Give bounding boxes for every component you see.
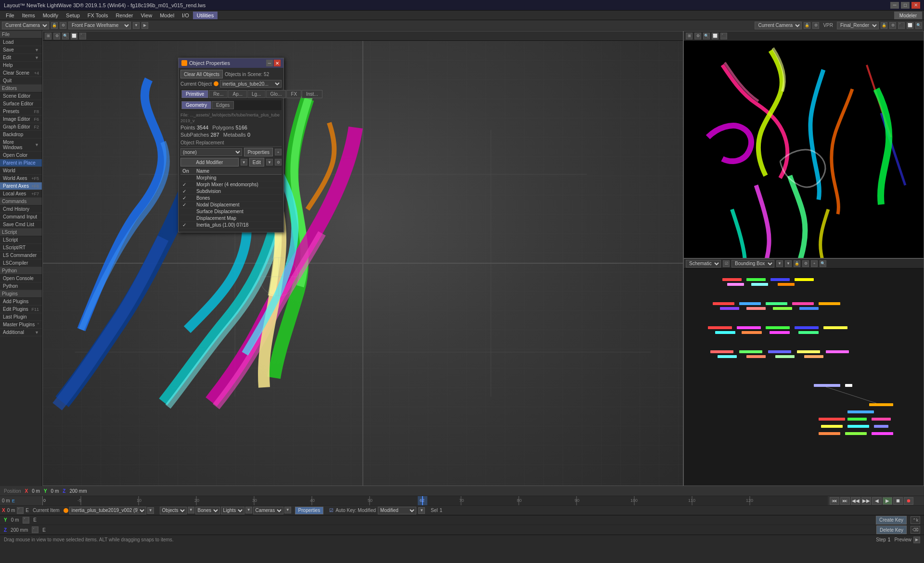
edit-modifier-dd-icon[interactable]: ▼	[266, 159, 273, 166]
btn-prev-key[interactable]: ◀◀	[851, 497, 860, 505]
replacement-select[interactable]: (none)	[180, 148, 242, 156]
commands-section-header[interactable]: Commands	[0, 198, 42, 205]
sidebar-master-plugins[interactable]: Master Plugins°	[0, 321, 42, 329]
main-vp-icon4[interactable]: ⬜	[71, 33, 77, 39]
camera-settings-icon[interactable]: ⚙	[60, 22, 66, 29]
properties-dialog-btn[interactable]: Properties	[244, 148, 273, 156]
tab-ap[interactable]: Ap...	[228, 90, 247, 98]
tab-geometry[interactable]: Geometry	[181, 101, 211, 109]
type-objects-select[interactable]: Objects	[160, 507, 187, 514]
close-button[interactable]: ✕	[911, 2, 920, 9]
table-row[interactable]: ✓ Inertia_plus (1.00) 07/18	[180, 222, 282, 229]
type-cameras-select[interactable]: Cameras	[253, 507, 283, 514]
sidebar-open-color[interactable]: Open Color	[0, 152, 42, 159]
sidebar-add-plugins[interactable]: Add Plugins	[0, 298, 42, 306]
sidebar-edit[interactable]: Edit ▼	[0, 54, 42, 62]
schema-dd-icon[interactable]: ▼	[776, 260, 783, 267]
y-key-icon[interactable]: ⬛	[23, 517, 29, 524]
delete-key-btn[interactable]: Delete Key	[876, 525, 907, 534]
editors-section-header[interactable]: Editors	[0, 85, 42, 92]
sidebar-lscript-rt[interactable]: LScript/RT	[0, 244, 42, 252]
sidebar-parent-axes[interactable]: Parent Axes+F6	[0, 182, 42, 190]
modifier-settings-icon[interactable]: ⚙	[275, 159, 282, 166]
sidebar-command-input[interactable]: Command Input	[0, 213, 42, 221]
tab-edges[interactable]: Edges	[212, 101, 234, 109]
dialog-minimize-btn[interactable]: ─	[266, 60, 273, 66]
maximize-button[interactable]: □	[901, 2, 910, 9]
view-down-icon[interactable]: ▼	[133, 22, 140, 29]
main-vp-icon3[interactable]: 🔍	[62, 33, 69, 39]
main-vp-icon5[interactable]: ⬛	[79, 33, 86, 39]
plugins-section-header[interactable]: Plugins	[0, 290, 42, 298]
timeline-ruler[interactable]: 0 -5 10 20 30 40 50 62	[42, 496, 828, 505]
current-object-select[interactable]: inertia_plus_tube20...	[220, 80, 282, 88]
add-modifier-btn[interactable]: Add Modifier	[180, 158, 239, 166]
tab-lg[interactable]: Lg...	[247, 90, 265, 98]
render-icon2[interactable]: ⬜	[907, 22, 913, 29]
type-lights-select[interactable]: Lights	[221, 507, 244, 514]
menu-setup[interactable]: Setup	[62, 12, 84, 19]
main-viewport[interactable]: ⊞ ⚙ 🔍 ⬜ ⬛	[42, 31, 683, 486]
schema-lock-icon[interactable]: 🔒	[794, 260, 800, 267]
menu-items[interactable]: Items	[18, 12, 39, 19]
main-vp-icon1[interactable]: ⊞	[45, 33, 51, 39]
schema-search-icon[interactable]: 🔍	[820, 260, 826, 267]
autokey-check[interactable]: ☑	[329, 508, 334, 513]
sidebar-open-console[interactable]: Open Console	[0, 275, 42, 282]
btn-next-key[interactable]: ▶▶	[861, 497, 871, 505]
menu-utilities[interactable]: Utilities	[193, 12, 218, 19]
menu-io[interactable]: I/O	[178, 12, 193, 19]
view-mode-select[interactable]: Front Face Wireframe	[68, 22, 131, 29]
camera-select-right[interactable]: Current Camera	[755, 22, 802, 29]
tab-fx[interactable]: FX	[286, 90, 301, 98]
table-row[interactable]: Morphing	[180, 175, 282, 181]
autokey-select[interactable]: Modified	[378, 507, 416, 514]
view-settings-icon[interactable]: ▶	[141, 22, 148, 29]
btn-play-fwd[interactable]: ▶	[883, 497, 892, 505]
item-dd-icon[interactable]: ▼	[147, 507, 154, 514]
objects-dd-icon[interactable]: ▼	[188, 507, 194, 513]
x-key-icon[interactable]: ⬛	[17, 507, 24, 514]
sidebar-lscript[interactable]: LScript	[0, 236, 42, 244]
autokey-dd-icon[interactable]: ▼	[418, 507, 425, 514]
render-lock-icon[interactable]: 🔒	[881, 22, 887, 29]
main-scene-canvas[interactable]	[43, 41, 683, 486]
sidebar-quit[interactable]: Quit	[0, 77, 42, 85]
sidebar-edit-plugins[interactable]: Edit PluginsF11	[0, 306, 42, 313]
main-vp-icon2[interactable]: ⚙	[53, 33, 60, 39]
sidebar-surface-editor[interactable]: Surface Editor	[0, 100, 42, 108]
sidebar-save-cmd[interactable]: Save Cmd List	[0, 221, 42, 229]
create-key-btn[interactable]: Create Key	[876, 516, 907, 525]
btn-prev-frame[interactable]: ◀	[872, 497, 882, 505]
tab-primitive[interactable]: Primitive	[181, 90, 208, 98]
sidebar-save[interactable]: Save ▼	[0, 46, 42, 54]
modeler-button[interactable]: Modeler	[894, 12, 922, 19]
render-settings-icon[interactable]: ⚙	[889, 22, 896, 29]
schematic-viewport[interactable]: Schematic ☑ Bounding Box ▼ ▼ 🔒 ⚙ + 🔍	[683, 258, 924, 486]
sidebar-ls-commander[interactable]: LS Commander	[0, 252, 42, 259]
sidebar-cmd-history[interactable]: Cmd History	[0, 205, 42, 213]
menu-model[interactable]: Model	[156, 12, 178, 19]
sidebar-world[interactable]: World	[0, 167, 42, 175]
table-row[interactable]: Surface Displacement	[180, 208, 282, 215]
schema-check-icon[interactable]: ☑	[723, 260, 730, 267]
sidebar-lscompiler[interactable]: LSCompiler	[0, 259, 42, 267]
sidebar-scene-editor[interactable]: Scene Editor	[0, 92, 42, 100]
render-vp-icon5[interactable]: ⬛	[720, 33, 727, 39]
camera-lock-icon[interactable]: 🔒	[51, 22, 58, 29]
replacement-add-icon[interactable]: +	[275, 149, 282, 155]
cameras-dd-icon[interactable]: ▼	[284, 507, 291, 513]
menu-view[interactable]: View	[137, 12, 156, 19]
sidebar-last-plugin[interactable]: Last Plugin	[0, 313, 42, 321]
sidebar-clear-scene[interactable]: Clear Scene +4	[0, 69, 42, 77]
render-viewport[interactable]: ⊞ ⚙ 🔍 ⬜ ⬛	[683, 31, 924, 258]
timeline-bar[interactable]: 0 m E 0 -5 10 20 30 40	[0, 496, 924, 506]
sidebar-world-axes[interactable]: World Axes+F5	[0, 175, 42, 182]
render-vp-icon2[interactable]: ⚙	[694, 33, 701, 39]
menu-modify[interactable]: Modify	[39, 12, 62, 19]
sidebar-load[interactable]: Load	[0, 38, 42, 46]
tab-glo[interactable]: Glo...	[266, 90, 286, 98]
render-icon3[interactable]: 🔍	[915, 22, 922, 29]
add-modifier-dd-icon[interactable]: ▼	[241, 159, 247, 166]
dialog-close-btn[interactable]: ✕	[274, 60, 281, 66]
